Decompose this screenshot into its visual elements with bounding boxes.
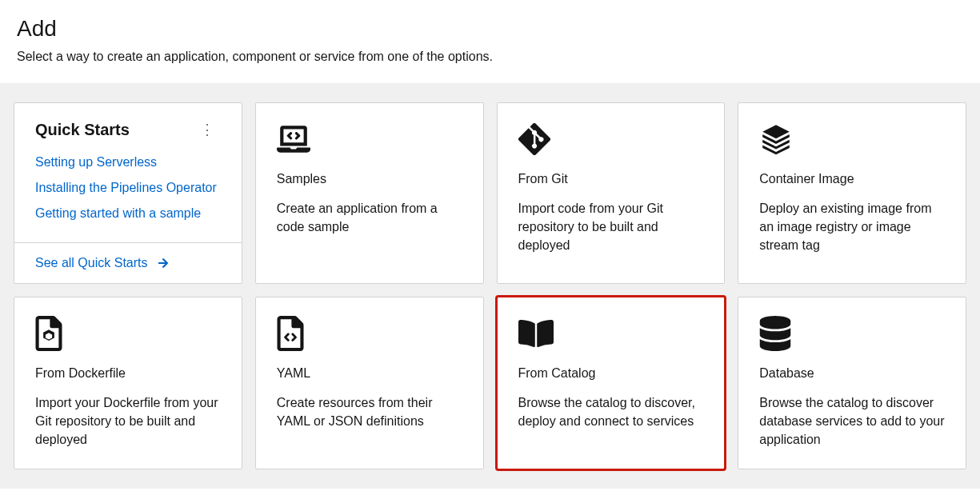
from-git-card[interactable]: From Git Import code from your Git repos… (497, 102, 726, 284)
card-title: YAML (277, 366, 462, 381)
see-all-label: See all Quick Starts (35, 256, 148, 270)
yaml-card[interactable]: YAML Create resources from their YAML or… (255, 297, 484, 469)
database-icon (759, 317, 945, 350)
kebab-icon: ⋮ (200, 122, 214, 138)
from-dockerfile-card[interactable]: From Dockerfile Import your Dockerfile f… (14, 297, 242, 469)
quick-starts-card: Quick Starts ⋮ Setting up Serverless Ins… (14, 102, 242, 284)
card-description: Import code from your Git repository to … (518, 199, 704, 255)
git-icon (518, 122, 704, 156)
card-grid: Quick Starts ⋮ Setting up Serverless Ins… (14, 102, 966, 469)
card-description: Create an application from a code sample (277, 199, 462, 236)
page-title: Add (17, 16, 963, 42)
layers-icon (759, 122, 945, 156)
quick-starts-title: Quick Starts (35, 121, 130, 139)
card-description: Import your Dockerfile from your Git rep… (35, 393, 221, 449)
see-all-quickstarts-link[interactable]: See all Quick Starts (35, 256, 169, 270)
container-image-card[interactable]: Container Image Deploy an existing image… (738, 102, 966, 284)
card-description: Browse the catalog to discover, deploy a… (518, 393, 704, 430)
book-open-icon (518, 317, 704, 350)
page-header: Add Select a way to create an applicatio… (0, 0, 980, 83)
card-title: Container Image (759, 172, 945, 186)
card-description: Deploy an existing image from an image r… (759, 199, 945, 255)
from-catalog-card[interactable]: From Catalog Browse the catalog to disco… (497, 297, 726, 469)
quick-starts-links: Setting up Serverless Installing the Pip… (14, 150, 242, 242)
kebab-menu-button[interactable]: ⋮ (194, 119, 221, 140)
quick-starts-footer: See all Quick Starts (14, 242, 242, 283)
file-code-icon (277, 317, 462, 350)
quickstart-link-serverless[interactable]: Setting up Serverless (35, 150, 221, 175)
card-title: Samples (277, 172, 462, 186)
card-title: From Git (518, 172, 704, 186)
page-subtitle: Select a way to create an application, c… (17, 50, 963, 64)
quickstart-link-sample[interactable]: Getting started with a sample (35, 201, 221, 226)
card-description: Create resources from their YAML or JSON… (277, 393, 462, 430)
card-description: Browse the catalog to discover database … (759, 393, 945, 449)
card-title: From Catalog (518, 366, 704, 381)
content-area: Quick Starts ⋮ Setting up Serverless Ins… (0, 83, 980, 489)
database-card[interactable]: Database Browse the catalog to discover … (738, 297, 966, 469)
quickstart-link-pipelines[interactable]: Installing the Pipelines Operator (35, 175, 221, 201)
samples-card[interactable]: Samples Create an application from a cod… (255, 102, 484, 284)
arrow-right-icon (158, 257, 169, 269)
laptop-code-icon (277, 122, 462, 156)
card-title: From Dockerfile (35, 366, 221, 381)
quick-starts-header: Quick Starts ⋮ (14, 103, 242, 150)
card-title: Database (759, 366, 945, 381)
file-cube-icon (35, 317, 221, 350)
